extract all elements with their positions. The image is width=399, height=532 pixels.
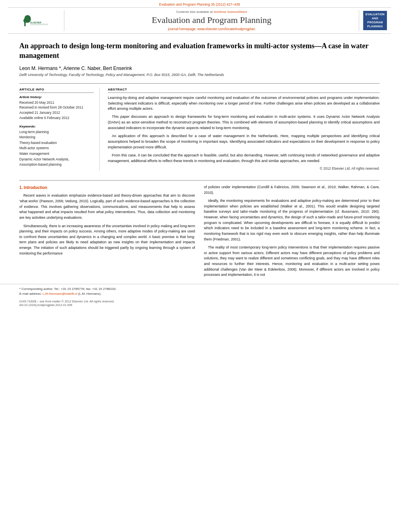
authors: Leon M. Hermans *, Arienne C. Naber, Ber… xyxy=(19,66,380,71)
intro-left-col: 1. Introduction Recent waves in evaluati… xyxy=(19,185,195,281)
intro-right-col: of policies under implementation (Cundil… xyxy=(204,185,380,281)
page: Evaluation and Program Planning 35 (2012… xyxy=(0,0,399,532)
keyword-item: Theory-based evaluation xyxy=(19,140,94,146)
doi-line: doi:10.1016/j.evalprogplan.2012.01.006 xyxy=(19,303,380,307)
revised-date: Received in revised form 28 October 2011 xyxy=(19,105,94,110)
abstract-paragraph: An application of this approach is descr… xyxy=(108,134,380,150)
received-date: Received 20 May 2011 xyxy=(19,100,94,105)
abstract-paragraph: Learning-by-doing and adaptive managemen… xyxy=(108,95,380,112)
keyword-item: Dynamic Actor Network Analysis, xyxy=(19,157,94,162)
svg-text:ELSEVIER: ELSEVIER xyxy=(30,21,41,24)
homepage-url: www.elsevier.com/locate/evalprogplan xyxy=(197,27,255,31)
issn-line: 0149-7189/$ – see front matter © 2012 El… xyxy=(19,300,380,303)
journal-title: Evaluation and Program Planning xyxy=(152,15,271,25)
section-divider xyxy=(19,180,380,181)
abstract-label: Abstract xyxy=(108,88,380,93)
keyword-item: Water management xyxy=(19,151,94,157)
article-content: An approach to design long-term monitori… xyxy=(0,34,399,180)
affiliation: Delft University of Technology, Faculty … xyxy=(19,73,380,77)
abstract-text: Learning-by-doing and adaptive managemen… xyxy=(108,95,380,164)
bottom-info: 0149-7189/$ – see front matter © 2012 El… xyxy=(0,298,399,308)
footnote-area: * Corresponding author. Tel.: +31 15 278… xyxy=(0,284,399,298)
abstract-paragraph: From this case, it can be concluded that… xyxy=(108,153,380,164)
footnote-email-addr: L.M.Hermans@tudelft.nl xyxy=(43,292,77,296)
svg-point-2 xyxy=(23,18,27,23)
accepted-date: Accepted 21 January 2012 xyxy=(19,110,94,115)
info-abstract-section: Article info Article history: Received 2… xyxy=(19,83,380,170)
sciverse-link[interactable]: SciVerse ScienceDirect xyxy=(214,10,247,14)
header-bar: ELSEVIER Contents lists available at Sci… xyxy=(8,7,391,34)
intro-heading: 1. Introduction xyxy=(19,185,195,191)
journal-badge: EVALUATION and PROGRAM PLANNING xyxy=(359,10,387,31)
introduction-section: 1. Introduction Recent waves in evaluati… xyxy=(0,185,399,281)
intro-paragraph: Simultaneously, there is an increasing a… xyxy=(19,224,195,257)
keywords-list: Long-term planningMonitoringTheory-based… xyxy=(19,129,94,168)
keyword-item: Assumption-based planning xyxy=(19,162,94,168)
keyword-item: Long-term planning xyxy=(19,129,94,135)
journal-homepage: journal homepage: www.elsevier.com/locat… xyxy=(168,27,255,31)
footnote-star: * Corresponding author. Tel.: +31 15 278… xyxy=(19,287,380,292)
elsevier-logo: ELSEVIER xyxy=(18,13,54,28)
badge-box: EVALUATION and PROGRAM PLANNING xyxy=(363,11,387,30)
abstract-paragraph: This paper discusses an approach to desi… xyxy=(108,114,380,131)
keyword-item: Monitoring xyxy=(19,135,94,140)
intro-paragraph: Ideally, the monitoring requirements for… xyxy=(204,198,380,242)
copyright-line: © 2012 Elsevier Ltd. All rights reserved… xyxy=(108,166,380,170)
intro-paragraph: Recent waves in evaluation emphasize evi… xyxy=(19,193,195,220)
journal-ref: Evaluation and Program Planning 35 (2012… xyxy=(0,0,399,7)
footnote-email: E-mail address: L.M.Hermans@tudelft.nl (… xyxy=(19,292,380,296)
article-title: An approach to design long-term monitori… xyxy=(19,41,380,61)
history-label: Article history: xyxy=(19,95,94,99)
header-center: Contents lists available at SciVerse Sci… xyxy=(64,10,359,31)
keyword-item: Multi-actor systems xyxy=(19,146,94,151)
available-date: Available online 6 February 2012 xyxy=(19,115,94,121)
contents-line: Contents lists available at SciVerse Sci… xyxy=(176,10,247,14)
article-info-col: Article info Article history: Received 2… xyxy=(19,88,100,170)
keywords-label: Keywords: xyxy=(19,125,94,128)
abstract-col: Abstract Learning-by-doing and adaptive … xyxy=(108,88,380,170)
intro-paragraph: of policies under implementation (Cundil… xyxy=(204,185,380,195)
intro-paragraph: The reality of most contemporary long-te… xyxy=(204,245,380,278)
article-info-label: Article info xyxy=(19,88,94,93)
publisher-logo-area: ELSEVIER xyxy=(12,10,64,31)
